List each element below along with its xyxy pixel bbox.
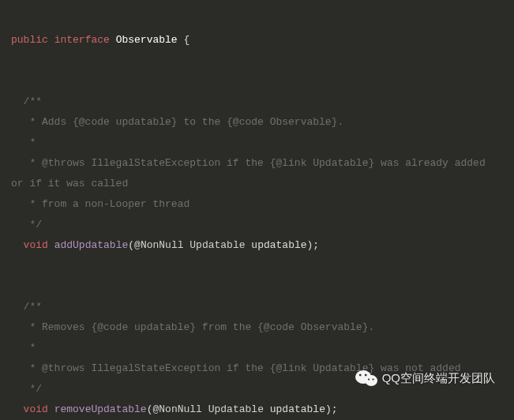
keyword-void: void [24,403,48,415]
param-type: Updatable [208,403,264,415]
param-type: Updatable [189,239,245,251]
keyword-public: public [11,34,48,46]
javadoc-line: * Removes {@code updatable} from the {@c… [11,321,374,333]
watermark-text: QQ空间终端开发团队 [382,366,495,390]
javadoc-line: * [11,137,36,148]
open-brace: { [183,34,189,46]
wechat-icon [355,369,377,388]
keyword-interface: interface [54,34,110,46]
javadoc-line: * [11,342,36,354]
code-block: public interface Observable { /** * Adds… [0,0,514,420]
javadoc-open: /** [11,96,42,107]
javadoc-line: * Adds {@code updatable} to the {@code O… [11,116,343,128]
svg-point-5 [372,378,373,380]
javadoc-line: * from a non-Looper thread [11,198,189,210]
method-removeUpdatable: removeUpdatable [54,403,147,415]
javadoc-close: */ [11,383,42,395]
javadoc-close: */ [11,219,42,231]
javadoc-line: * @throws IllegalStateException if the {… [11,157,492,189]
keyword-void: void [24,239,48,251]
method-addUpdatable: addUpdatable [54,239,129,251]
paren-close: ); [307,239,320,251]
interface-name: Observable [116,34,178,46]
svg-point-2 [358,374,361,377]
param-name: updatable [270,403,325,415]
annotation: @NonNull [152,403,201,415]
svg-point-1 [365,375,377,386]
paren-open: ( [128,239,134,251]
svg-point-3 [364,374,366,377]
watermark: QQ空间终端开发团队 [355,366,495,390]
javadoc-open: /** [11,301,42,313]
svg-point-4 [368,378,370,380]
annotation: @NonNull [134,239,183,251]
paren-close: ); [325,403,338,415]
param-name: updatable [251,239,306,251]
